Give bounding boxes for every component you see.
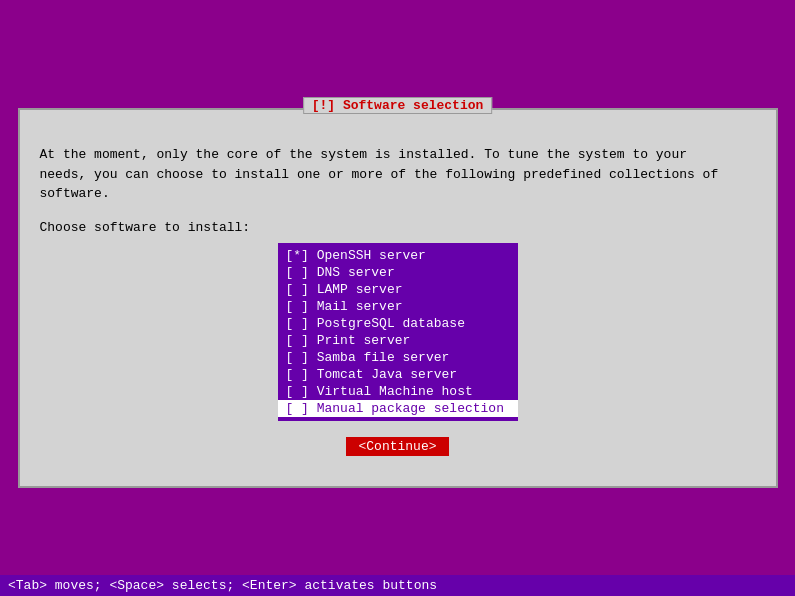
choose-label: Choose software to install:	[40, 220, 756, 235]
list-item-samba[interactable]: [ ] Samba file server	[278, 349, 518, 366]
software-list: [*] OpenSSH server[ ] DNS server[ ] LAMP…	[278, 243, 518, 421]
dialog-title: [!] Software selection	[303, 97, 493, 114]
list-item-tomcat[interactable]: [ ] Tomcat Java server	[278, 366, 518, 383]
description-line3: software.	[40, 186, 110, 201]
list-item-openssh[interactable]: [*] OpenSSH server	[278, 247, 518, 264]
description-text: At the moment, only the core of the syst…	[40, 145, 756, 204]
dialog-box: [!] Software selection At the moment, on…	[18, 108, 778, 488]
screen-wrapper: [!] Software selection At the moment, on…	[0, 0, 795, 596]
description-line2: needs, you can choose to install one or …	[40, 167, 719, 182]
title-bar: [!] Software selection	[303, 98, 493, 113]
list-item-manual[interactable]: [ ] Manual package selection	[278, 400, 518, 417]
list-item-lamp[interactable]: [ ] LAMP server	[278, 281, 518, 298]
list-item-print[interactable]: [ ] Print server	[278, 332, 518, 349]
list-item-vm[interactable]: [ ] Virtual Machine host	[278, 383, 518, 400]
description-line1: At the moment, only the core of the syst…	[40, 147, 688, 162]
continue-button[interactable]: <Continue>	[346, 437, 448, 456]
continue-btn-wrapper: <Continue>	[40, 437, 756, 456]
list-item-postgresql[interactable]: [ ] PostgreSQL database	[278, 315, 518, 332]
list-item-mail[interactable]: [ ] Mail server	[278, 298, 518, 315]
status-bar: <Tab> moves; <Space> selects; <Enter> ac…	[0, 575, 795, 596]
dialog-content: At the moment, only the core of the syst…	[20, 130, 776, 466]
list-item-dns[interactable]: [ ] DNS server	[278, 264, 518, 281]
